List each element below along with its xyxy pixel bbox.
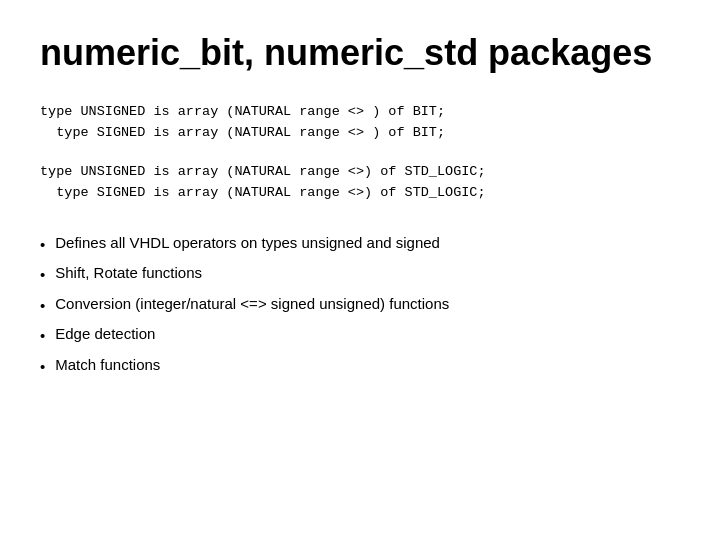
page-title: numeric_bit, numeric_std packages (40, 32, 680, 74)
list-item: •Edge detection (40, 323, 680, 348)
list-item: •Shift, Rotate functions (40, 262, 680, 287)
code-block-2: type UNSIGNED is array (NATURAL range <>… (40, 162, 680, 204)
list-item: •Defines all VHDL operators on types uns… (40, 232, 680, 257)
bullet-text: Edge detection (55, 323, 155, 346)
bullet-text: Defines all VHDL operators on types unsi… (55, 232, 440, 255)
bullet-icon: • (40, 325, 45, 348)
list-item: •Conversion (integer/natural <=> signed … (40, 293, 680, 318)
code-block-1: type UNSIGNED is array (NATURAL range <>… (40, 102, 680, 144)
bullet-icon: • (40, 264, 45, 287)
bullet-icon: • (40, 356, 45, 379)
bullet-text: Conversion (integer/natural <=> signed u… (55, 293, 449, 316)
bullet-icon: • (40, 234, 45, 257)
bullet-text: Match functions (55, 354, 160, 377)
list-item: •Match functions (40, 354, 680, 379)
bullet-text: Shift, Rotate functions (55, 262, 202, 285)
bullet-list: •Defines all VHDL operators on types uns… (40, 232, 680, 379)
slide: numeric_bit, numeric_std packages type U… (0, 0, 720, 540)
bullet-icon: • (40, 295, 45, 318)
